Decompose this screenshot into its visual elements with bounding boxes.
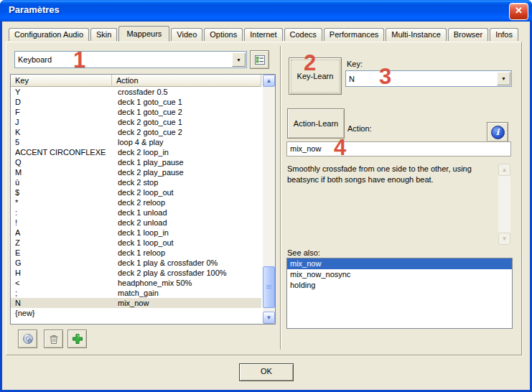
- tab-browser[interactable]: Browser: [448, 28, 488, 41]
- tab-codecs[interactable]: Codecs: [284, 28, 322, 41]
- tab-options[interactable]: Options: [204, 28, 243, 41]
- table-row[interactable]: Nmix_now: [11, 298, 261, 308]
- cell-action: deck 1 loop_out: [112, 238, 261, 248]
- cell-key: A: [11, 228, 112, 238]
- cell-action: deck 2 unload: [112, 218, 261, 228]
- cell-action: deck 2 goto_cue 1: [112, 117, 261, 127]
- table-row[interactable]: ;match_gain: [11, 288, 261, 298]
- tab-performances[interactable]: Performances: [324, 28, 384, 41]
- table-row[interactable]: Mdeck 2 play_pause: [11, 167, 261, 177]
- table-row[interactable]: Gdeck 1 play & crossfader 0%: [11, 258, 261, 268]
- cell-action: deck 2 reloop: [112, 197, 261, 207]
- tab-internet[interactable]: Internet: [244, 28, 282, 41]
- see-also-item[interactable]: holding: [287, 280, 512, 291]
- see-also-item[interactable]: mix_now_nosync: [287, 269, 512, 280]
- scroll-up-icon[interactable]: ▲: [498, 164, 510, 176]
- cell-key: :: [11, 207, 112, 218]
- cell-key: *: [11, 197, 112, 207]
- delete-mapping-button[interactable]: [44, 330, 63, 348]
- cell-key: !: [11, 218, 112, 228]
- key-label: Key:: [347, 60, 363, 68]
- restore-mapper-button[interactable]: [18, 330, 37, 348]
- ok-button[interactable]: OK: [239, 363, 294, 381]
- table-row[interactable]: Edeck 1 reloop: [11, 248, 261, 258]
- cell-action: mix_now: [112, 298, 261, 308]
- trash-icon: [49, 334, 59, 345]
- cell-action: match_gain: [112, 288, 261, 298]
- cell-action: deck 2 stop: [112, 177, 261, 187]
- scrollbar-thumb[interactable]: [263, 266, 275, 308]
- description-scrollbar[interactable]: ▲ ▼: [498, 164, 510, 245]
- key-select[interactable]: N ▼: [345, 70, 512, 87]
- cell-key: D: [11, 97, 112, 107]
- see-also-item[interactable]: mix_now: [287, 258, 512, 269]
- cell-action: deck 1 unload: [112, 207, 261, 218]
- table-row[interactable]: Ycrossfader 0.5: [11, 87, 261, 97]
- table-row[interactable]: !deck 2 unload: [11, 218, 261, 228]
- column-header-key[interactable]: Key: [11, 75, 112, 87]
- table-row[interactable]: Adeck 1 loop_in: [11, 228, 261, 238]
- table-row[interactable]: Ddeck 1 goto_cue 1: [11, 97, 261, 107]
- settings-window: Paramètres ✕ Configuration AudioSkinMapp…: [0, 0, 532, 392]
- table-row[interactable]: $deck 2 loop_out: [11, 187, 261, 197]
- see-also-label: See also:: [287, 248, 320, 257]
- mapper-device-select[interactable]: Keyboard ▼: [14, 51, 247, 68]
- action-input[interactable]: mix_now: [286, 141, 511, 157]
- table-row[interactable]: {new}: [11, 308, 261, 318]
- scroll-down-icon[interactable]: ▼: [498, 233, 510, 245]
- table-row[interactable]: ACCENT CIRCONFLEXEdeck 2 loop_in: [11, 147, 261, 157]
- tab-bar: Configuration AudioSkinMappeursVideoOpti…: [9, 28, 520, 42]
- action-learn-button[interactable]: Action-Learn: [287, 108, 345, 139]
- cell-key: <: [11, 278, 112, 288]
- tab-multi-instance[interactable]: Multi-Instance: [386, 28, 446, 41]
- action-info-button[interactable]: i: [487, 122, 508, 142]
- cell-key: Y: [11, 87, 112, 97]
- tab-skin[interactable]: Skin: [90, 28, 117, 41]
- cell-key: M: [11, 167, 112, 177]
- chevron-down-icon[interactable]: ▼: [232, 52, 246, 67]
- cell-action: [112, 308, 261, 318]
- cell-action: deck 1 play & crossfader 0%: [112, 258, 261, 268]
- column-header-action[interactable]: Action: [112, 75, 261, 87]
- cell-action: deck 1 loop_in: [112, 228, 261, 238]
- table-row[interactable]: Hdeck 2 play & crossfader 100%: [11, 268, 261, 278]
- mapping-table-scrollbar[interactable]: ▲ ▼: [263, 75, 275, 324]
- add-mapping-button[interactable]: [67, 330, 87, 348]
- mapper-options-button[interactable]: [250, 50, 269, 69]
- scroll-up-icon[interactable]: ▲: [263, 75, 275, 87]
- cell-key: J: [11, 117, 112, 127]
- cell-action: deck 1 reloop: [112, 248, 261, 258]
- table-row[interactable]: ùdeck 2 stop: [11, 177, 261, 187]
- title-bar[interactable]: Paramètres ✕: [0, 0, 532, 22]
- table-row[interactable]: Qdeck 1 play_pause: [11, 157, 261, 167]
- table-row[interactable]: *deck 2 reloop: [11, 197, 261, 207]
- key-learn-button[interactable]: Key-Learn: [289, 57, 342, 95]
- cell-action: crossfader 0.5: [112, 87, 261, 97]
- cell-key: E: [11, 248, 112, 258]
- ok-label: OK: [261, 367, 272, 375]
- table-row[interactable]: Zdeck 1 loop_out: [11, 238, 261, 248]
- mapper-device-value: Keyboard: [15, 55, 231, 64]
- table-row[interactable]: Jdeck 2 goto_cue 1: [11, 117, 261, 127]
- cell-action: loop 4 & play: [112, 137, 261, 147]
- cell-action: deck 1 goto_cue 1: [112, 97, 261, 107]
- table-row[interactable]: 5loop 4 & play: [11, 137, 261, 147]
- cell-key: $: [11, 187, 112, 197]
- tab-video[interactable]: Video: [171, 28, 202, 41]
- action-label: Action:: [347, 124, 372, 133]
- cell-action: deck 1 goto_cue 2: [112, 107, 261, 117]
- table-row[interactable]: :deck 1 unload: [11, 207, 261, 218]
- cell-key: ;: [11, 288, 112, 298]
- table-row[interactable]: <headphone_mix 50%: [11, 278, 261, 288]
- tab-configuration-audio[interactable]: Configuration Audio: [9, 28, 89, 41]
- cell-key: K: [11, 127, 112, 137]
- table-row[interactable]: Fdeck 1 goto_cue 2: [11, 107, 261, 117]
- scroll-down-icon[interactable]: ▼: [263, 312, 275, 324]
- cell-action: headphone_mix 50%: [112, 278, 261, 288]
- table-row[interactable]: Kdeck 2 goto_cue 2: [11, 127, 261, 137]
- tab-infos[interactable]: Infos: [490, 28, 518, 41]
- chevron-down-icon[interactable]: ▼: [497, 72, 510, 85]
- close-button[interactable]: ✕: [509, 3, 528, 20]
- tab-mappeurs[interactable]: Mappeurs: [118, 26, 169, 42]
- see-also-list: mix_nowmix_now_nosyncholding: [286, 258, 513, 329]
